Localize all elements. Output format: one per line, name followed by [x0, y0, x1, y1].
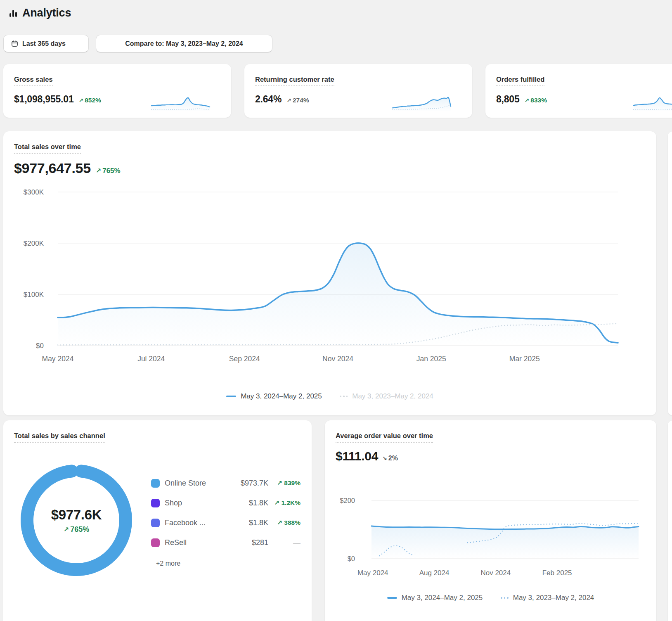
- trend-badge: ↗ 852%: [79, 97, 101, 104]
- aov-title[interactable]: Average order value over time: [336, 432, 433, 443]
- channel-swatch: [151, 519, 160, 527]
- trend-badge: ↗ 833%: [525, 97, 547, 104]
- aov-card: Average order value over time $111.04 ↘ …: [325, 420, 656, 621]
- total-sales-line-chart[interactable]: $300K$200K$100K$0May 2024Jul 2024Sep 202…: [3, 181, 656, 379]
- channel-change: ↗ 388%: [268, 519, 301, 526]
- trend-badge: ↘ 2%: [382, 455, 398, 462]
- channel-swatch: [151, 538, 160, 547]
- more-channels-label: +2 more: [156, 560, 180, 567]
- channel-legend-row: Shop$1.8K↗ 1.2K%: [151, 493, 301, 513]
- bar-chart-icon: [8, 8, 18, 18]
- channel-value: $1.8K: [229, 519, 268, 527]
- channel-value: $973.7K: [229, 479, 268, 488]
- x-tick-label: Sep 2024: [229, 355, 260, 363]
- channel-name: Facebook ...: [165, 519, 229, 527]
- y-tick-label: $0: [348, 555, 355, 562]
- channel-change: ↗ 1.2K%: [268, 499, 301, 507]
- sparkline-chart: [151, 94, 211, 113]
- channel-swatch: [151, 499, 160, 507]
- legend-item-previous: May 3, 2023–May 2, 2024: [340, 392, 433, 401]
- trend-percent: 852%: [85, 97, 101, 104]
- solid-line-swatch: [226, 396, 236, 397]
- trend-up-icon: ↗: [79, 97, 84, 104]
- compare-button[interactable]: Compare to: May 3, 2023–May 2, 2024: [96, 35, 272, 52]
- solid-line-swatch: [387, 597, 397, 599]
- chart-legend: May 3, 2024–May 2, 2025 May 3, 2023–May …: [325, 594, 656, 602]
- trend-percent: 765%: [102, 167, 120, 175]
- channel-donut-chart[interactable]: [14, 458, 138, 582]
- channel-change: —: [268, 538, 301, 547]
- metric-title[interactable]: Orders fulfilled: [496, 76, 544, 86]
- sparkline-chart: [633, 94, 672, 113]
- total-sales-card: Total sales over time $977,647.55 ↗ 765%…: [3, 131, 656, 415]
- trend-up-icon: ↗: [525, 97, 530, 104]
- sales-by-channel-card: Total sales by sales channel $977.6K ↗ 7…: [3, 420, 312, 621]
- channel-name: Shop: [165, 499, 229, 507]
- metric-value: $1,098,955.01: [14, 94, 74, 105]
- legend-item-previous: May 3, 2023–May 2, 2024: [501, 594, 594, 602]
- aov-line-chart[interactable]: $200$0May 2024Aug 2024Nov 2024Feb 2025: [325, 482, 656, 585]
- channel-value: $1.8K: [229, 499, 268, 507]
- metric-title[interactable]: Returning customer rate: [255, 76, 334, 86]
- channel-legend-row: ReSell$281—: [151, 533, 301, 552]
- metric-value: 2.64%: [255, 94, 282, 105]
- x-tick-label: Mar 2025: [509, 355, 540, 363]
- trend-down-icon: ↘: [382, 455, 387, 462]
- y-tick-label: $0: [36, 342, 44, 350]
- dotted-line-swatch: [501, 597, 509, 599]
- channel-value: $281: [229, 538, 268, 547]
- channel-legend-row: Online Store$973.7K↗ 839%: [151, 473, 301, 493]
- trend-percent: 2%: [388, 455, 398, 462]
- channel-legend: Online Store$973.7K↗ 839%Shop$1.8K↗ 1.2K…: [151, 473, 301, 552]
- channel-name: ReSell: [165, 538, 229, 547]
- compare-label: Compare to: May 3, 2023–May 2, 2024: [125, 40, 243, 47]
- channel-swatch: [151, 479, 160, 488]
- aov-value: $111.04: [336, 449, 378, 463]
- y-tick-label: $200K: [24, 239, 44, 247]
- date-range-label: Last 365 days: [22, 40, 66, 47]
- calendar-icon: [11, 40, 19, 47]
- trend-badge: ↗ 765%: [96, 167, 121, 175]
- x-tick-label: Jul 2024: [137, 355, 165, 363]
- y-tick-label: $300K: [24, 188, 44, 196]
- x-tick-label: Jan 2025: [416, 355, 446, 363]
- channel-change: ↗ 839%: [268, 479, 301, 487]
- trend-percent: 274%: [293, 97, 309, 104]
- y-tick-label: $200: [340, 497, 355, 504]
- legend-item-current: May 3, 2024–May 2, 2025: [387, 594, 483, 602]
- page-title: Analytics: [22, 7, 71, 19]
- donut-ring-online-store[interactable]: [23, 467, 130, 574]
- card-edge: [668, 131, 672, 415]
- trend-up-icon: ↗: [286, 97, 291, 104]
- trend-badge: ↗ 274%: [286, 97, 309, 104]
- page-header: Analytics: [8, 7, 71, 19]
- total-sales-value: $977,647.55: [14, 160, 91, 176]
- x-tick-label: Nov 2024: [480, 569, 511, 577]
- channel-legend-row: Facebook ...$1.8K↗ 388%: [151, 513, 301, 533]
- chart-legend: May 3, 2024–May 2, 2025 May 3, 2023–May …: [3, 392, 656, 401]
- sparkline-chart: [392, 94, 452, 113]
- metric-value: 8,805: [496, 94, 520, 105]
- trend-up-icon: ↗: [96, 167, 101, 175]
- trend-percent: 833%: [530, 97, 547, 104]
- date-range-button[interactable]: Last 365 days: [3, 35, 89, 52]
- channel-name: Online Store: [165, 479, 229, 488]
- x-tick-label: Nov 2024: [322, 355, 353, 363]
- x-tick-label: May 2024: [42, 355, 74, 363]
- x-tick-label: May 2024: [357, 569, 388, 577]
- card-edge: [668, 420, 672, 621]
- legend-item-current: May 3, 2024–May 2, 2025: [226, 392, 322, 401]
- x-tick-label: Feb 2025: [542, 569, 572, 577]
- sales-by-channel-title[interactable]: Total sales by sales channel: [14, 432, 105, 443]
- metric-card-orders-fulfilled: Orders fulfilled 8,805 ↗ 833%: [485, 64, 672, 118]
- total-sales-title[interactable]: Total sales over time: [14, 143, 81, 154]
- metric-title[interactable]: Gross sales: [14, 76, 53, 86]
- x-tick-label: Aug 2024: [419, 569, 450, 577]
- metric-card-gross-sales: Gross sales $1,098,955.01 ↗ 852%: [3, 64, 231, 118]
- metric-card-returning-rate: Returning customer rate 2.64% ↗ 274%: [244, 64, 472, 118]
- y-tick-label: $100K: [24, 291, 44, 299]
- dotted-line-swatch: [340, 396, 348, 397]
- analytics-dashboard: Analytics Last 365 days Compare to: May …: [0, 0, 672, 621]
